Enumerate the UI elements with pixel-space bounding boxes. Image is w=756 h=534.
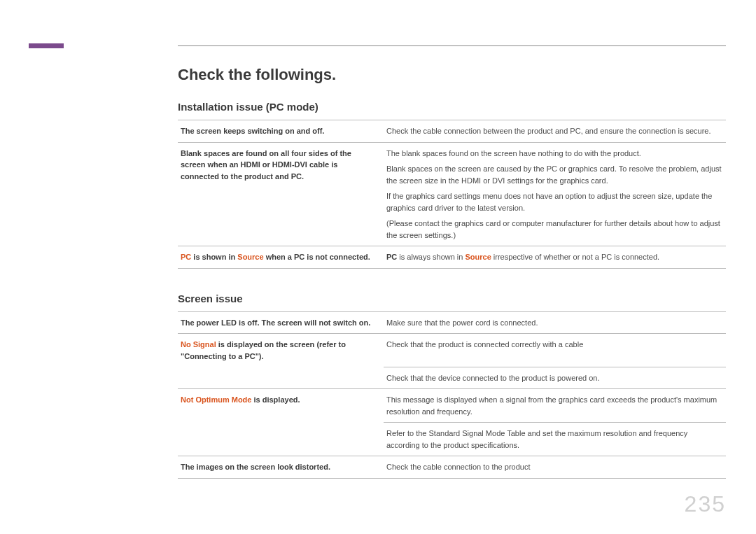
issue-cell xyxy=(178,367,384,389)
solution-cell: This message is displayed when a signal … xyxy=(384,389,726,423)
table-row: No Signal is displayed on the screen (re… xyxy=(178,334,726,367)
solution-cell: The blank spaces found on the screen hav… xyxy=(384,142,726,246)
table-row: The screen keeps switching on and off.Ch… xyxy=(178,120,726,143)
table-row: Check that the device connected to the p… xyxy=(178,367,726,389)
main-title: Check the followings. xyxy=(178,66,726,84)
solution-cell: Check that the device connected to the p… xyxy=(384,367,726,389)
solution-text: Check that the device connected to the p… xyxy=(386,372,723,384)
text: is always shown in xyxy=(397,253,465,261)
table-row: The power LED is off. The screen will no… xyxy=(178,311,726,334)
solution-text: Check that the product is connected corr… xyxy=(386,339,723,351)
solution-cell: Make sure that the power cord is connect… xyxy=(384,311,726,334)
solution-cell: Check the cable connection between the p… xyxy=(384,120,726,143)
section2-title: Screen issue xyxy=(178,293,726,304)
solution-text: Refer to the Standard Signal Mode Table … xyxy=(386,428,723,451)
section1-table: The screen keeps switching on and off.Ch… xyxy=(178,120,726,269)
solution-text: Blank spaces on the screen are caused by… xyxy=(386,163,723,186)
solution-text: PC is always shown in Source irrespectiv… xyxy=(386,251,723,263)
issue-cell: PC is shown in Source when a PC is not c… xyxy=(178,246,384,269)
highlight-text: PC xyxy=(181,253,191,261)
solution-cell: Refer to the Standard Signal Mode Table … xyxy=(384,423,726,456)
accent-bar xyxy=(29,43,64,48)
page-number: 235 xyxy=(685,491,726,517)
solution-text: This message is displayed when a signal … xyxy=(386,394,723,417)
table-row: PC is shown in Source when a PC is not c… xyxy=(178,246,726,269)
text: irrespective of whether or not a PC is c… xyxy=(491,253,659,261)
highlight-text: Source xyxy=(465,253,491,261)
table-row: Not Optimum Mode is displayed.This messa… xyxy=(178,389,726,423)
issue-cell: No Signal is displayed on the screen (re… xyxy=(178,334,384,367)
top-rule xyxy=(178,45,726,46)
page-content: Check the followings. Installation issue… xyxy=(178,66,726,503)
table-row: The images on the screen look distorted.… xyxy=(178,456,726,479)
section2-table: The power LED is off. The screen will no… xyxy=(178,311,726,479)
solution-text: Make sure that the power cord is connect… xyxy=(386,317,723,329)
solution-cell: Check the cable connection to the produc… xyxy=(384,456,726,479)
issue-cell: The images on the screen look distorted. xyxy=(178,456,384,479)
issue-cell: Blank spaces are found on all four sides… xyxy=(178,142,384,246)
solution-text: Check the cable connection between the p… xyxy=(386,125,723,137)
text: when a PC is not connected. xyxy=(264,253,370,261)
solution-text: The blank spaces found on the screen hav… xyxy=(386,148,723,160)
section1-title: Installation issue (PC mode) xyxy=(178,101,726,113)
table-row: Refer to the Standard Signal Mode Table … xyxy=(178,423,726,456)
issue-cell xyxy=(178,423,384,456)
solution-text: (Please contact the graphics card or com… xyxy=(386,218,723,241)
solution-text: Check the cable connection to the produc… xyxy=(386,461,723,473)
issue-cell: The power LED is off. The screen will no… xyxy=(178,311,384,334)
highlight-text: Not Optimum Mode xyxy=(181,395,251,404)
solution-text: If the graphics card settings menu does … xyxy=(386,190,723,213)
solution-cell: Check that the product is connected corr… xyxy=(384,334,726,367)
highlight-text: Source xyxy=(237,253,263,261)
issue-cell: The screen keeps switching on and off. xyxy=(178,120,384,143)
text: is shown in xyxy=(191,253,237,261)
bold-text: PC xyxy=(386,253,397,261)
highlight-text: No Signal xyxy=(181,340,216,349)
table-row: Blank spaces are found on all four sides… xyxy=(178,142,726,246)
text: is displayed. xyxy=(251,395,300,404)
solution-cell: PC is always shown in Source irrespectiv… xyxy=(384,246,726,269)
issue-cell: Not Optimum Mode is displayed. xyxy=(178,389,384,423)
